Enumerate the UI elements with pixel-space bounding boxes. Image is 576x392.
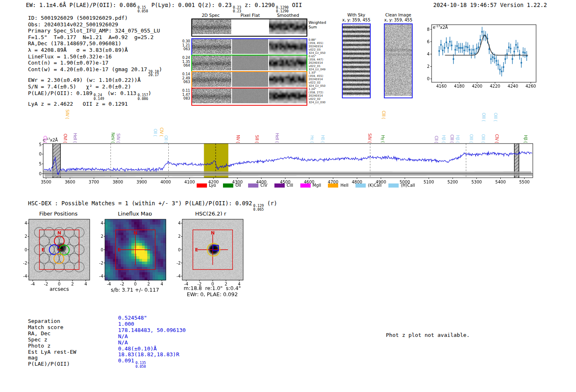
spec2d-row-right-labels: WeightedSum (309, 21, 330, 29)
spec2d-row (191, 19, 307, 37)
legend-swatch (274, 183, 285, 188)
fiber-positions-panel (21, 216, 95, 286)
match-table-row-label: Photo z (28, 343, 76, 349)
clean-image-canvas (385, 24, 412, 96)
spec2d-row-left-labels: 0.241.35064 (180, 56, 190, 68)
spec2d-row-right-labels: 1.24"(358, 272)20240314v022_02324_LU_030 (309, 88, 330, 104)
legend-item: CIV (248, 183, 267, 188)
spec2d-row-right-labels: 0.65"(359, 447)20240314v022_01324_LU_049 (309, 55, 330, 71)
info-line: λ = 4208.89Å σ = 3.83(±0.89)Å (28, 47, 162, 53)
emission-line-label: Hβ ( (455, 135, 460, 143)
spec2d-row-canvas (192, 56, 307, 70)
emission-line-label: SiII ( (255, 135, 259, 143)
elixer-detection-report: EW: 1.1±4.6Å P(LAE)/P(OII): 0.0860.150.0… (0, 0, 576, 392)
legend-label: (H)CaII (401, 183, 415, 188)
fit-flux-units-annotation: e-17x2Å (433, 25, 448, 30)
clean-image-title: Clean Image (369, 13, 427, 17)
info-line: LyA z = 2.4622 OII z = 0.1291 (28, 101, 162, 107)
legend-label: OII (235, 183, 241, 188)
match-table-row-label: Est LyA rest-EW (28, 349, 76, 355)
lineflux-map-panel (98, 216, 171, 286)
spec2d-row-left-labels: 0.301.21063 (180, 39, 190, 51)
legend-label: MgII (313, 183, 321, 188)
match-table-row-label: Separation (28, 318, 76, 325)
spec2d-row-right-labels: 0.88"(359, 455)20240314v022_03324_LU_050 (309, 38, 330, 55)
legend-label: CIII (287, 183, 293, 188)
spec2d-header-pixelflat: Pixel Flat (232, 13, 269, 18)
photz-note: Phot z plot not available. (386, 332, 470, 339)
emission-line-label: SiIV ( (367, 133, 372, 143)
timestamp-version: 2024-10-18 19:46:57 Version 1.22.2 (433, 2, 547, 8)
emission-line-label: NeV ( (111, 132, 115, 143)
legend-item: (H)CaII (388, 183, 415, 188)
legend-swatch (300, 183, 311, 188)
emission-line-label: CII ( (43, 136, 47, 143)
info-line: Primary Spec_Slot_IFU_AMP: 324_075_055_L… (28, 28, 162, 34)
emission-line-label: SiIV ( (116, 133, 121, 143)
spec2d-row-right-labels: 1.33"(359, 455)20240314v022_02324_LU_050 (309, 71, 330, 88)
spec2d-row (191, 38, 307, 56)
hsc-mag-label: m:18.8 re:1.0" s:0.4" (167, 285, 258, 291)
spec2d-header-smoothed: Smoothed (269, 13, 307, 18)
legend-item: HeII (328, 183, 348, 188)
legend-swatch (388, 183, 399, 188)
info-line: Cont(w) = 4.20(±0.01)e-17 (gmag 20.1720.… (28, 66, 162, 77)
spec2d-row-canvas (192, 39, 307, 54)
emission-line-label: CIII ( (450, 135, 454, 143)
match-table-row-value: 1.000 (118, 321, 186, 327)
info-line: P(LAE)/P(OII): 0.1890.240.149 (w: 0.1130… (28, 90, 162, 101)
info-line: Obs: 20240314v022_5001926029 (28, 21, 162, 28)
detection-info-block: ID: 5001926029 (5001926029.pdf)Obs: 2024… (28, 15, 162, 107)
emission-line-label: OII ( (164, 135, 168, 143)
info-line: S/N = 7.4(±0.5) χ² = 2.0(±0.2) (28, 84, 162, 90)
with-sky-image (342, 23, 371, 98)
emission-line-label: Hδ ( (321, 135, 325, 143)
match-table-row-value: 178.148483, 50.096130 (118, 327, 186, 334)
emission-line-label: OIII ( (493, 113, 498, 121)
info-line: LineFlux = 1.50(±0.32)e-16 (28, 53, 162, 60)
summary-header: EW: 1.1±4.6Å P(LAE)/P(OII): 0.0860.150.0… (26, 2, 302, 13)
spec2d-row-canvas (192, 72, 307, 87)
info-line: Cont(n) = 1.90(±0.07)e-17 (28, 60, 162, 66)
emission-line-label: OIII ( (469, 134, 474, 143)
clean-image (384, 23, 413, 98)
emission-line-label: SiIV ( (65, 109, 70, 119)
emission-line-label: NV ( (236, 135, 240, 143)
match-table-row-value: 0.0910.1350.058 (118, 358, 186, 369)
line-fit-plot (426, 21, 543, 91)
spec2d-row-canvas (192, 88, 307, 103)
match-table-labels: SeparationMatch scoreRA, DecSpec zPhoto … (28, 318, 76, 367)
spec2d-row (191, 88, 307, 106)
emission-line-label: CIV ( (159, 128, 164, 136)
legend-swatch (223, 183, 233, 188)
emission-line-label: OII ( (153, 129, 158, 136)
lineflux-sb-label: s/b: 3.71 +/- 0.117 (90, 287, 180, 293)
legend-swatch (248, 183, 258, 188)
emission-line-label: HeII ( (275, 133, 279, 143)
legend-label: Lyα (209, 183, 216, 188)
match-table-row-value: N/A (118, 334, 186, 340)
emission-line-label: CIV ( (495, 134, 499, 143)
full-spectrum-plot (39, 139, 539, 186)
match-table-row-value: N/A (118, 340, 186, 346)
emission-line-label: Hβ ( (523, 135, 528, 143)
legend-swatch (197, 183, 207, 188)
spec2d-row-canvas (192, 19, 307, 34)
match-table-row-label: P(LAE)/P(OII) (28, 361, 76, 367)
info-line: F=1.5" T=0.177 N=1.21 A=0.92 g=25.2 (28, 34, 162, 41)
hsc-ewr-plae-label: EWr: 0, PLAE: 0.092 (167, 291, 258, 297)
legend-item: (K)CaII (355, 183, 381, 188)
emission-line-label: Hβ ( (441, 135, 446, 143)
legend-label: CIV (260, 183, 267, 188)
emission-line-label: OIII ( (481, 134, 485, 143)
info-line: EWr = 2.30(±0.49) (w: 1.10(±0.22))Å (28, 77, 162, 84)
legend-item: CIII (274, 183, 293, 188)
match-table-row-value: 18.83(18.82,18.83)R (118, 352, 186, 358)
match-table-row-label: mag (28, 355, 76, 361)
match-table-row-value: 0.524548" (118, 315, 186, 321)
spec2d-header-2dspec: 2D Spec (192, 13, 229, 18)
emission-line-label: HeII ( (73, 133, 77, 143)
legend-label: HeII (340, 183, 348, 188)
emission-line-label: OVI ( (63, 134, 67, 143)
with-sky-canvas (343, 24, 370, 96)
